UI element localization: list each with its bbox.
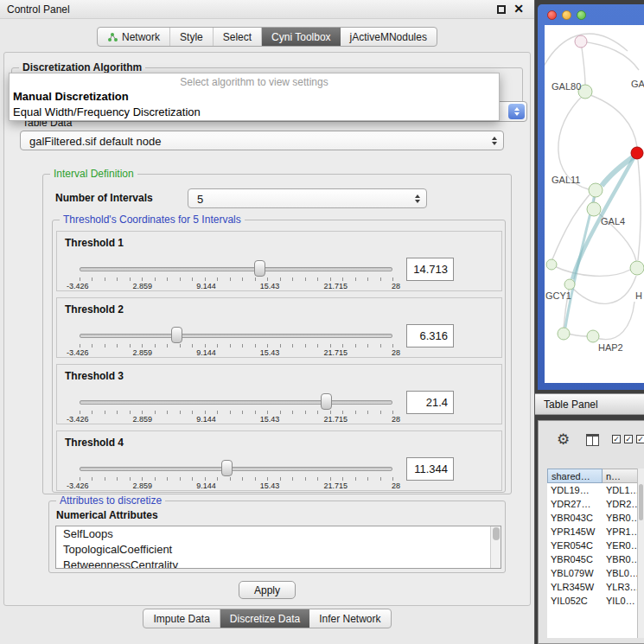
column-header-name[interactable]: n… xyxy=(603,469,639,483)
tab-style[interactable]: Style xyxy=(170,28,214,46)
slider-track[interactable] xyxy=(80,267,392,271)
table-cell[interactable]: YBL0… xyxy=(603,566,639,580)
network-edge[interactable] xyxy=(581,41,639,70)
control-panel-titlebar[interactable]: Control Panel xyxy=(0,0,534,19)
dropdown-option-manual-discretization[interactable]: Manual Discretization xyxy=(10,89,499,105)
table-cell[interactable]: YDR2… xyxy=(603,497,639,511)
table-cell[interactable]: YBL079W xyxy=(547,566,603,580)
apply-button[interactable]: Apply xyxy=(239,581,296,599)
table-scrollbar[interactable] xyxy=(637,469,644,638)
network-node-gal11[interactable] xyxy=(589,183,603,197)
checkbox-icon[interactable] xyxy=(636,435,644,443)
network-node[interactable] xyxy=(546,259,557,270)
slider-tick-marks xyxy=(80,277,393,281)
dropdown-option-equal-width-frequency[interactable]: Equal Width/Frequency Discretization xyxy=(10,105,499,120)
gear-icon[interactable] xyxy=(557,430,570,449)
tab-select[interactable]: Select xyxy=(214,28,262,46)
table-data-combobox[interactable]: galFiltered.sif default node xyxy=(20,131,504,150)
slider-track[interactable] xyxy=(80,467,392,471)
tab-impute-data[interactable]: Impute Data xyxy=(143,609,220,628)
checkbox-icon[interactable] xyxy=(612,435,621,443)
table-row[interactable]: YPR145WYPR1… xyxy=(547,525,639,539)
tick-label: 2.859 xyxy=(133,282,153,290)
table-row[interactable]: YER054CYER0… xyxy=(547,539,639,552)
column-selector-icon[interactable] xyxy=(586,434,599,446)
attributes-group: Attributes to discretize Numerical Attri… xyxy=(48,501,506,573)
close-icon[interactable] xyxy=(513,2,524,16)
selected-network-node[interactable] xyxy=(631,147,643,159)
network-window-titlebar[interactable] xyxy=(538,4,644,25)
table-row[interactable]: YBL079WYBL0… xyxy=(547,566,639,580)
list-item[interactable]: BetweennessCentrality xyxy=(56,558,501,569)
table-panel-header[interactable]: Table Panel xyxy=(535,393,644,415)
tab-network[interactable]: Network xyxy=(98,28,170,46)
threshold-value-field[interactable]: 14.713 xyxy=(406,258,454,281)
numerical-attributes-list[interactable]: SelfLoopsTopologicalCoefficientBetweenne… xyxy=(55,526,501,569)
network-node-hap2[interactable] xyxy=(587,330,599,342)
table-cell[interactable]: YBR0… xyxy=(603,552,639,566)
threshold-value-field[interactable]: 11.344 xyxy=(406,457,454,481)
table-cell[interactable]: YPR1… xyxy=(603,525,639,539)
network-canvas[interactable]: GAL80GAGAL11GAL4GCY1HHAP2 xyxy=(545,25,644,383)
minimize-traffic-light-icon[interactable] xyxy=(562,10,571,20)
combobox-arrows-icon[interactable] xyxy=(508,104,525,119)
scrollbar-thumb[interactable] xyxy=(493,527,500,540)
tab-cyni-toolbox[interactable]: Cyni Toolbox xyxy=(262,28,340,46)
threshold-value-field[interactable]: 21.4 xyxy=(406,391,454,414)
close-traffic-light-icon[interactable] xyxy=(547,10,557,20)
tab-jactivemnodules[interactable]: jActiveMNodules xyxy=(341,28,437,46)
table-row[interactable]: YDR27…YDR2… xyxy=(547,497,639,511)
table-row[interactable]: YLR345WYLR3… xyxy=(547,580,639,594)
table-cell[interactable]: YLR345W xyxy=(547,580,603,594)
table-cell[interactable]: YBR0… xyxy=(603,511,639,525)
slider-thumb[interactable] xyxy=(254,260,265,277)
float-window-icon[interactable] xyxy=(497,5,506,14)
network-node-gal4[interactable] xyxy=(587,202,601,216)
table-cell[interactable]: YIL0… xyxy=(603,594,639,608)
network-edge[interactable] xyxy=(594,302,634,340)
number-of-intervals-combobox[interactable]: 5 xyxy=(188,188,427,208)
table-row[interactable]: YBR045CYBR0… xyxy=(547,552,639,566)
slider-track[interactable] xyxy=(80,400,392,405)
arrow-up-icon xyxy=(492,137,497,140)
network-edge[interactable] xyxy=(570,276,636,303)
list-item[interactable]: SelfLoops xyxy=(56,526,501,542)
table-cell[interactable]: YBR045C xyxy=(547,552,603,566)
tab-infer-network[interactable]: Infer Network xyxy=(309,609,390,628)
tab-discretize-data[interactable]: Discretize Data xyxy=(220,609,309,628)
network-node[interactable] xyxy=(630,261,644,275)
slider-thumb[interactable] xyxy=(171,327,182,343)
table-row[interactable]: YBR043CYBR0… xyxy=(547,511,639,525)
zoom-traffic-light-icon[interactable] xyxy=(577,10,586,20)
table-cell[interactable]: YLR3… xyxy=(603,580,639,594)
table-cell[interactable]: YIL052C xyxy=(547,594,603,608)
network-node[interactable] xyxy=(558,328,570,340)
list-scrollbar[interactable] xyxy=(490,526,501,568)
checkbox-icon[interactable] xyxy=(624,435,633,443)
column-header-shared-name[interactable]: shared… xyxy=(547,469,603,483)
table-cell[interactable]: YDR27… xyxy=(547,497,603,511)
table-panel-title: Table Panel xyxy=(544,399,598,411)
table-cell[interactable]: YDL19… xyxy=(547,483,603,497)
slider-tick-marks xyxy=(80,477,393,481)
scrollbar-thumb[interactable] xyxy=(639,484,643,520)
slider-thumb[interactable] xyxy=(221,460,233,476)
list-item[interactable]: TopologicalCoefficient xyxy=(56,542,501,558)
network-edge[interactable] xyxy=(585,93,637,147)
network-node-gcy1[interactable] xyxy=(564,279,575,290)
network-edge[interactable] xyxy=(638,160,641,260)
table-row[interactable]: YDL19…YDL1… xyxy=(547,483,639,497)
threshold-label: Threshold 2 xyxy=(65,303,124,316)
slider-thumb[interactable] xyxy=(321,393,332,410)
network-edge[interactable] xyxy=(552,265,630,276)
table-cell[interactable]: YBR043C xyxy=(547,511,603,525)
table-row[interactable]: YIL052CYIL0… xyxy=(547,594,639,608)
slider-track[interactable] xyxy=(80,334,392,338)
network-node[interactable] xyxy=(575,35,587,48)
table-cell[interactable]: YER0… xyxy=(603,539,639,552)
network-edge[interactable] xyxy=(581,41,585,86)
threshold-value-field[interactable]: 6.316 xyxy=(406,324,454,348)
table-cell[interactable]: YER054C xyxy=(547,539,603,552)
table-cell[interactable]: YDL1… xyxy=(603,483,639,497)
table-cell[interactable]: YPR145W xyxy=(547,525,603,539)
